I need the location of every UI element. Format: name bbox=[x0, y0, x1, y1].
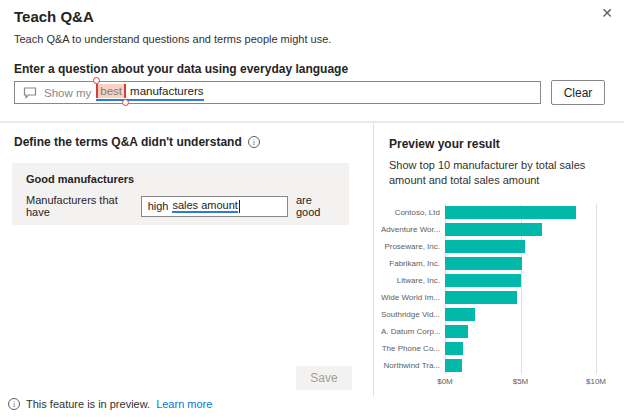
teach-qa-dialog: ✕ Teach Q&A Teach Q&A to understand ques… bbox=[0, 0, 624, 418]
question-term-group: bestmanufacturers bbox=[96, 84, 203, 101]
clear-button[interactable]: Clear bbox=[551, 80, 605, 105]
definition-input-text: high bbox=[148, 200, 169, 212]
save-button[interactable]: Save bbox=[296, 366, 352, 390]
chart-x-axis: $0M$5M$10M bbox=[445, 377, 596, 391]
chart-bar[interactable] bbox=[445, 240, 525, 253]
definition-suffix-label: are good bbox=[296, 194, 335, 218]
term-definition-row: Manufacturers that have highsales amount… bbox=[26, 194, 335, 218]
preview-heading: Preview your result bbox=[389, 137, 500, 151]
text-caret bbox=[239, 200, 240, 213]
chart-bar[interactable] bbox=[445, 291, 517, 304]
chart-category-label: Proseware, Inc. bbox=[381, 238, 445, 255]
preview-bar-chart: Contoso, LtdAdventure Wor...Proseware, I… bbox=[381, 204, 596, 391]
chart-plot-area bbox=[445, 204, 596, 374]
chart-category-label: Southridge Vid... bbox=[381, 306, 445, 323]
definition-input[interactable]: highsales amount bbox=[141, 196, 288, 217]
chat-bubble-icon bbox=[23, 87, 37, 99]
chart-category-label: Wide World Im... bbox=[381, 289, 445, 306]
vertical-divider bbox=[373, 123, 374, 397]
chart-category-label: Adventure Wor... bbox=[381, 221, 445, 238]
question-section-label: Enter a question about your data using e… bbox=[14, 62, 348, 76]
chart-bar[interactable] bbox=[445, 325, 468, 338]
x-axis-tick-label: $0M bbox=[437, 377, 453, 386]
dialog-title: Teach Q&A bbox=[14, 8, 94, 25]
chart-category-label: A. Datum Corp... bbox=[381, 323, 445, 340]
chart-bar[interactable] bbox=[445, 223, 542, 236]
question-recognized-term[interactable]: manufacturers bbox=[130, 85, 204, 97]
define-terms-heading-text: Define the terms Q&A didn't understand bbox=[14, 135, 242, 149]
preview-feature-notice: i This feature is in preview. Learn more bbox=[8, 398, 212, 410]
definition-prefix-label: Manufacturers that have bbox=[26, 194, 133, 218]
info-icon[interactable]: i bbox=[248, 136, 260, 148]
horizontal-divider bbox=[0, 121, 624, 123]
x-axis-tick-label: $5M bbox=[513, 377, 529, 386]
chart-bar[interactable] bbox=[445, 274, 521, 287]
chart-bar[interactable] bbox=[445, 308, 475, 321]
question-highlighted-term[interactable]: best bbox=[96, 84, 126, 98]
question-text-prefix: Show my bbox=[44, 87, 91, 99]
chart-bar[interactable] bbox=[445, 342, 463, 355]
learn-more-link[interactable]: Learn more bbox=[156, 398, 212, 410]
term-card-title: Good manufacturers bbox=[26, 173, 335, 185]
dialog-subtitle: Teach Q&A to understand questions and te… bbox=[14, 33, 331, 45]
chart-category-label: Contoso, Ltd bbox=[381, 204, 445, 221]
close-icon: ✕ bbox=[601, 5, 613, 21]
chart-category-label: Litware, Inc. bbox=[381, 272, 445, 289]
define-terms-heading: Define the terms Q&A didn't understand i bbox=[14, 135, 260, 149]
chart-bar[interactable] bbox=[445, 359, 462, 372]
definition-input-recognized-text: sales amount bbox=[172, 199, 237, 213]
chart-bar[interactable] bbox=[445, 257, 522, 270]
preview-notice-text: This feature is in preview. bbox=[26, 398, 150, 410]
chart-category-label: Northwind Tra... bbox=[381, 357, 445, 374]
chart-bar[interactable] bbox=[445, 206, 576, 219]
question-input[interactable]: Show my bestmanufacturers bbox=[14, 81, 541, 104]
chart-category-label: The Phone Co... bbox=[381, 340, 445, 357]
x-axis-tick-label: $10M bbox=[586, 377, 606, 386]
chart-body: Contoso, LtdAdventure Wor...Proseware, I… bbox=[381, 204, 596, 374]
info-icon: i bbox=[8, 398, 20, 410]
term-definition-card: Good manufacturers Manufacturers that ha… bbox=[12, 163, 349, 225]
chart-gridline bbox=[596, 204, 597, 374]
chart-category-labels: Contoso, LtdAdventure Wor...Proseware, I… bbox=[381, 204, 445, 374]
close-button[interactable]: ✕ bbox=[596, 2, 618, 24]
preview-description: Show top 10 manufacturer by total sales … bbox=[389, 158, 621, 189]
chart-category-label: Fabrikam, Inc. bbox=[381, 255, 445, 272]
